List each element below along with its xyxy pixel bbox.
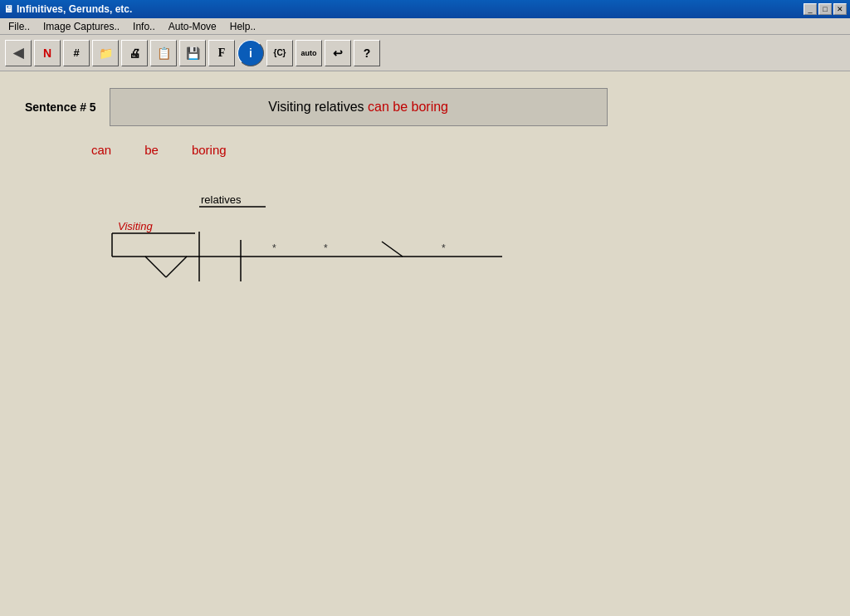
word-boring: boring xyxy=(192,143,227,157)
word-list: can be boring xyxy=(91,143,825,157)
menu-bar: File.. Image Captures.. Info.. Auto-Move… xyxy=(0,18,850,35)
info-button[interactable]: i xyxy=(237,40,264,66)
menu-image-captures[interactable]: Image Captures.. xyxy=(37,19,126,34)
print-button[interactable]: 🖨 xyxy=(121,40,148,66)
undo-button[interactable]: ↩ xyxy=(325,40,351,66)
auto-button[interactable]: auto xyxy=(296,40,322,66)
main-content: Sentence # 5 Visiting relatives can be b… xyxy=(0,71,850,616)
title-bar-controls: _ □ ✕ xyxy=(804,3,847,15)
menu-help[interactable]: Help.. xyxy=(223,19,262,34)
title-bar-left: 🖥 Infinitives, Gerunds, etc. xyxy=(3,3,132,15)
toolbar: ◀ N # 📁 🖨 📋 💾 F i {C} auto ↩ ? xyxy=(0,35,850,71)
back-button[interactable]: ◀ xyxy=(5,40,32,66)
menu-auto-move[interactable]: Auto-Move xyxy=(162,19,223,34)
word-can: can xyxy=(91,143,111,157)
svg-text:*: * xyxy=(442,242,446,254)
maximize-button[interactable]: □ xyxy=(818,3,832,15)
minimize-button[interactable]: _ xyxy=(804,3,817,15)
font-button[interactable]: F xyxy=(208,40,235,66)
app-title: Infinitives, Gerunds, etc. xyxy=(17,3,132,15)
copy-button[interactable]: 📋 xyxy=(150,40,177,66)
menu-info[interactable]: Info.. xyxy=(126,19,162,34)
word-be: be xyxy=(144,143,159,157)
sentence-part-black: Visiting relatives xyxy=(268,100,368,114)
sentence-label: Sentence # 5 xyxy=(25,100,96,114)
sentence-part-red: can be boring xyxy=(368,100,448,114)
svg-text:*: * xyxy=(324,242,328,254)
save-button[interactable]: 💾 xyxy=(179,40,206,66)
menu-file[interactable]: File.. xyxy=(2,19,37,34)
sentence-box: Visiting relatives can be boring xyxy=(110,88,608,126)
svg-text:*: * xyxy=(272,242,276,254)
svg-text:relatives: relatives xyxy=(201,193,242,206)
svg-text:Visiting: Visiting xyxy=(118,220,153,232)
open-button[interactable]: 📁 xyxy=(92,40,119,66)
new-button[interactable]: N xyxy=(34,40,61,66)
number-button[interactable]: # xyxy=(63,40,90,66)
svg-line-4 xyxy=(145,257,166,277)
close-button[interactable]: ✕ xyxy=(833,3,847,15)
sentence-text: Visiting relatives can be boring xyxy=(268,100,448,115)
diagram-area: Visiting relatives * * * xyxy=(58,182,523,315)
help-button[interactable]: ? xyxy=(354,40,380,66)
diagram-svg: Visiting relatives * * * xyxy=(58,182,523,315)
title-bar: 🖥 Infinitives, Gerunds, etc. _ □ ✕ xyxy=(0,0,850,18)
sentence-row: Sentence # 5 Visiting relatives can be b… xyxy=(25,88,825,126)
svg-line-5 xyxy=(166,257,187,277)
app-icon: 🖥 xyxy=(3,3,13,15)
svg-line-3 xyxy=(382,242,403,257)
curly-c-button[interactable]: {C} xyxy=(266,40,293,66)
